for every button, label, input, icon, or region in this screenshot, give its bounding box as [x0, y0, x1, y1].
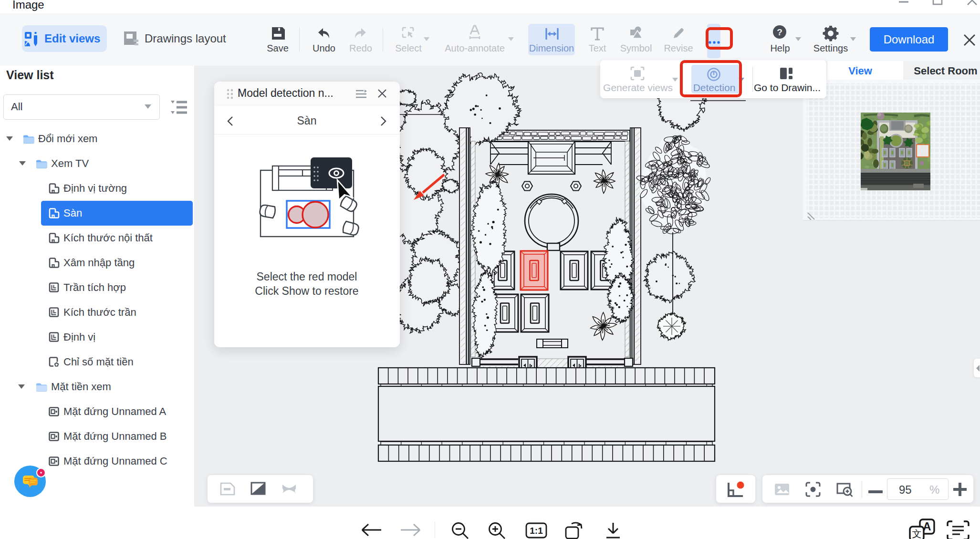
- svg-text:文: 文: [912, 529, 922, 539]
- svg-text:?: ?: [777, 27, 782, 37]
- svg-text:1:1: 1:1: [530, 526, 543, 536]
